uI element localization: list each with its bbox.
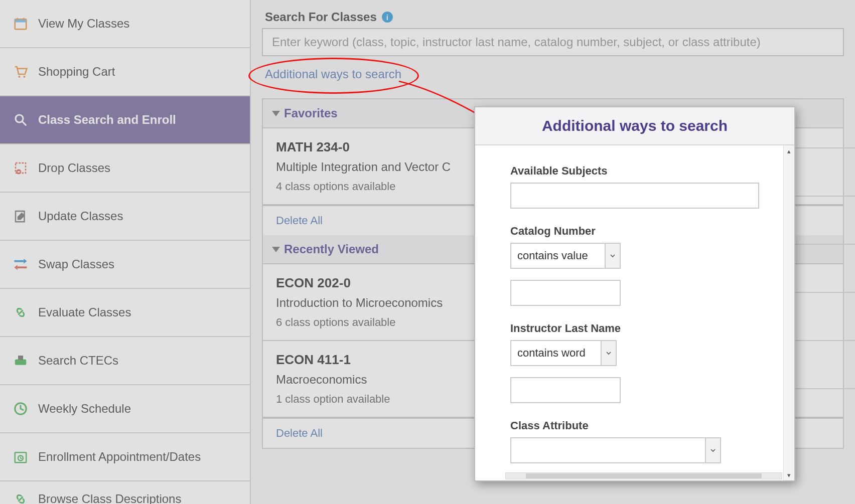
sidebar-item-label: Evaluate Classes bbox=[38, 305, 131, 319]
instructor-label: Instructor Last Name bbox=[510, 322, 759, 335]
link-icon bbox=[12, 304, 29, 321]
sidebar-item-label: Search CTECs bbox=[38, 354, 118, 368]
select-value: contains value bbox=[517, 249, 588, 262]
search-heading: Search For Classes bbox=[265, 10, 377, 24]
svg-rect-15 bbox=[18, 356, 23, 360]
sidebar-nav: View My Classes Shopping Cart Class Sear… bbox=[0, 0, 251, 504]
select-value: contains word bbox=[517, 347, 586, 360]
class-attribute-label: Class Attribute bbox=[510, 419, 759, 432]
search-icon bbox=[12, 111, 29, 128]
swap-icon bbox=[12, 256, 29, 273]
sidebar-item-label: View My Classes bbox=[38, 17, 129, 31]
available-subjects-input[interactable] bbox=[510, 183, 759, 209]
sidebar-item-evaluate-classes[interactable]: Evaluate Classes bbox=[0, 289, 250, 337]
sidebar-item-label: Weekly Schedule bbox=[38, 402, 131, 416]
app-root: View My Classes Shopping Cart Class Sear… bbox=[0, 0, 855, 504]
sidebar-item-label: Drop Classes bbox=[38, 161, 110, 175]
sidebar-item-weekly-schedule[interactable]: Weekly Schedule bbox=[0, 385, 250, 433]
catalog-number-input[interactable] bbox=[510, 280, 621, 306]
drop-icon bbox=[12, 159, 29, 177]
sidebar-item-browse-descriptions[interactable]: Browse Class Descriptions bbox=[0, 481, 250, 504]
chevron-down-icon bbox=[605, 244, 620, 268]
clock-icon bbox=[12, 400, 29, 417]
svg-rect-14 bbox=[15, 360, 27, 365]
catalog-number-label: Catalog Number bbox=[510, 225, 759, 238]
class-attribute-select[interactable] bbox=[510, 437, 721, 463]
caret-down-icon bbox=[272, 111, 280, 116]
info-icon[interactable]: i bbox=[382, 12, 393, 23]
calendar-icon bbox=[12, 15, 29, 32]
modal-vertical-scrollbar[interactable]: ▴ ▾ bbox=[783, 145, 794, 480]
sidebar-item-label: Update Classes bbox=[38, 209, 123, 223]
svg-point-4 bbox=[19, 76, 21, 78]
scroll-thumb[interactable] bbox=[526, 473, 762, 478]
instructor-input[interactable] bbox=[510, 377, 621, 403]
sidebar-item-label: Swap Classes bbox=[38, 257, 114, 271]
modal-body: Available Subjects Catalog Number contai… bbox=[475, 145, 794, 480]
sidebar-item-shopping-cart[interactable]: Shopping Cart bbox=[0, 48, 250, 96]
svg-rect-1 bbox=[15, 19, 27, 22]
class-search-input[interactable] bbox=[262, 28, 844, 56]
appointment-icon bbox=[12, 448, 29, 465]
update-icon bbox=[12, 208, 29, 225]
link-icon bbox=[12, 490, 29, 504]
scroll-up-icon[interactable]: ▴ bbox=[784, 145, 794, 156]
sidebar-item-label: Enrollment Appointment/Dates bbox=[38, 450, 201, 464]
sidebar-item-search-ctecs[interactable]: Search CTECs bbox=[0, 337, 250, 385]
additional-search-link[interactable]: Additional ways to search bbox=[265, 67, 401, 81]
sidebar-item-enrollment-dates[interactable]: Enrollment Appointment/Dates bbox=[0, 433, 250, 481]
chevron-down-icon bbox=[601, 341, 616, 365]
modal-horizontal-scrollbar[interactable] bbox=[505, 472, 782, 479]
caret-down-icon bbox=[272, 247, 280, 252]
scroll-down-icon[interactable]: ▾ bbox=[784, 469, 794, 480]
favorites-heading-text: Favorites bbox=[284, 106, 338, 120]
svg-point-5 bbox=[24, 76, 26, 78]
sidebar-item-class-search-enroll[interactable]: Class Search and Enroll bbox=[0, 96, 250, 144]
svg-rect-10 bbox=[18, 171, 20, 173]
sidebar-item-label: Class Search and Enroll bbox=[38, 113, 176, 127]
svg-line-7 bbox=[23, 122, 27, 126]
svg-marker-12 bbox=[24, 259, 27, 264]
recent-heading-text: Recently Viewed bbox=[284, 242, 379, 256]
ctec-icon bbox=[12, 352, 29, 369]
search-heading-row: Search For Classes i bbox=[265, 10, 844, 24]
modal-title: Additional ways to search bbox=[475, 107, 794, 145]
svg-marker-13 bbox=[15, 265, 18, 270]
svg-point-6 bbox=[16, 115, 23, 122]
sidebar-item-label: Shopping Cart bbox=[38, 65, 115, 79]
sidebar-item-swap-classes[interactable]: Swap Classes bbox=[0, 241, 250, 289]
additional-search-modal: Additional ways to search Available Subj… bbox=[474, 106, 795, 481]
sidebar-item-update-classes[interactable]: Update Classes bbox=[0, 193, 250, 241]
chevron-down-icon bbox=[705, 438, 720, 462]
sidebar-item-drop-classes[interactable]: Drop Classes bbox=[0, 144, 250, 193]
available-subjects-label: Available Subjects bbox=[510, 164, 759, 178]
catalog-number-op-select[interactable]: contains value bbox=[510, 243, 621, 269]
sidebar-item-view-my-classes[interactable]: View My Classes bbox=[0, 0, 250, 48]
instructor-op-select[interactable]: contains word bbox=[510, 340, 617, 366]
cart-icon bbox=[12, 63, 29, 80]
sidebar-item-label: Browse Class Descriptions bbox=[38, 492, 181, 504]
